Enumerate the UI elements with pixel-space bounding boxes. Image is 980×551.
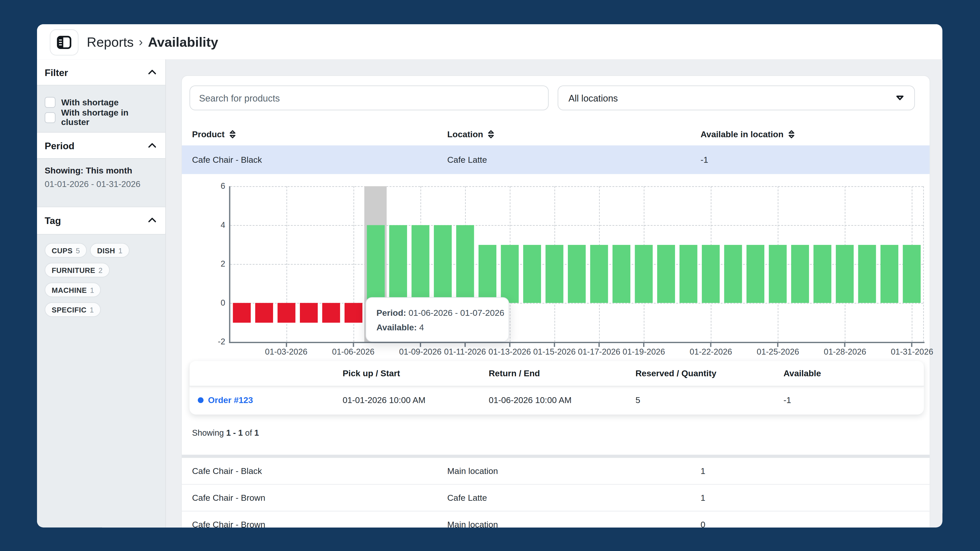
app-header: Reports › Availability xyxy=(37,24,942,60)
x-axis-tickmark xyxy=(912,343,913,347)
order-reserved: 5 xyxy=(635,386,640,414)
selected-product-row[interactable]: Cafe Chair - Black Cafe Latte -1 xyxy=(182,145,930,174)
search-input[interactable] xyxy=(189,86,549,110)
chart-bar[interactable] xyxy=(501,245,519,303)
filter-section-title: Filter xyxy=(45,67,68,78)
product-available: 1 xyxy=(700,458,705,484)
breadcrumb: Reports › Availability xyxy=(87,24,218,59)
x-gridline xyxy=(923,186,924,342)
x-axis-line xyxy=(229,342,924,343)
column-header-return: Return / End xyxy=(489,361,540,386)
chart-bar[interactable] xyxy=(903,245,921,303)
column-header-location[interactable]: Location xyxy=(447,122,495,145)
x-axis-tickmark xyxy=(286,343,287,347)
chart-bar[interactable] xyxy=(456,225,474,303)
with-shortage-in-cluster-checkbox[interactable] xyxy=(45,112,56,123)
tag-pill[interactable]: CUPS5 xyxy=(45,243,87,258)
chart-bar[interactable] xyxy=(479,245,496,303)
x-axis-tickmark xyxy=(353,343,354,347)
chart-bar[interactable] xyxy=(679,245,697,303)
tag-pill[interactable]: MACHINE1 xyxy=(45,283,101,297)
tag-pill[interactable]: DISH1 xyxy=(90,243,129,258)
main-area: All locations Product Location xyxy=(166,59,942,527)
product-row[interactable]: Cafe Chair - BrownMain location0 xyxy=(182,511,930,527)
app-window: Reports › Availability Filter With short… xyxy=(37,24,942,527)
chart-bar[interactable] xyxy=(635,245,653,303)
chart-bar[interactable] xyxy=(389,225,407,303)
period-section-header[interactable]: Period xyxy=(37,133,165,158)
column-header-available[interactable]: Available in location xyxy=(700,122,795,145)
x-axis-tickmark xyxy=(465,343,466,347)
product-row[interactable]: Cafe Chair - BrownCafe Latte1 xyxy=(182,485,930,511)
product-available: 0 xyxy=(700,511,705,527)
chart-bar[interactable] xyxy=(769,245,787,303)
product-name: Cafe Chair - Brown xyxy=(192,511,266,527)
breadcrumb-section[interactable]: Reports xyxy=(87,34,134,49)
chart-bar[interactable] xyxy=(747,245,765,303)
product-row[interactable]: Cafe Chair - BlackMain location1 xyxy=(182,458,930,485)
chart-bar[interactable] xyxy=(411,225,429,303)
tag-list: CUPS5DISH1FURNITURE2MACHINE1SPECIFIC1 xyxy=(37,234,165,527)
chart-bar[interactable] xyxy=(702,245,720,303)
x-axis-tick-label: 01-31-2026 xyxy=(883,347,942,357)
period-showing-label: Showing: This month xyxy=(45,166,158,176)
x-axis-tickmark xyxy=(420,343,421,347)
product-available: 1 xyxy=(700,485,705,511)
sidebar-toggle-button[interactable] xyxy=(50,29,79,56)
product-location: Main location xyxy=(447,511,498,527)
with-shortage-checkbox[interactable] xyxy=(45,97,56,108)
chart-bar[interactable] xyxy=(590,245,608,303)
tooltip-available-value: 4 xyxy=(419,323,424,332)
chart-bar[interactable] xyxy=(232,303,250,322)
order-link[interactable]: Order #123 xyxy=(198,395,253,405)
tag-pill[interactable]: FURNITURE2 xyxy=(45,263,110,278)
availability-detail-panel: -2024601-03-202601-06-202601-09-202601-1… xyxy=(182,174,930,455)
products-table-rows: Cafe Chair - BlackMain location1Cafe Cha… xyxy=(182,458,930,527)
tag-count: 1 xyxy=(118,246,123,254)
chart-bar[interactable] xyxy=(255,303,273,322)
chart-bar[interactable] xyxy=(546,245,563,303)
column-header-product[interactable]: Product xyxy=(192,122,236,145)
x-axis-tick-label: 01-28-2026 xyxy=(816,347,874,357)
column-header-pickup: Pick up / Start xyxy=(343,361,400,386)
chart-bar[interactable] xyxy=(300,303,318,322)
chart-bar[interactable] xyxy=(858,245,876,303)
tag-pill[interactable]: SPECIFIC1 xyxy=(45,302,101,317)
with-shortage-label: With shortage xyxy=(61,97,119,107)
tag-name: MACHINE xyxy=(52,286,87,294)
tag-name: FURNITURE xyxy=(52,266,95,274)
order-pickup: 01-01-2026 10:00 AM xyxy=(343,386,426,414)
tooltip-available-label: Available: xyxy=(376,323,417,332)
orders-table-card: Pick up / Start Return / End Reserved / … xyxy=(189,361,924,414)
chart-bar[interactable] xyxy=(322,303,340,322)
tag-section-header[interactable]: Tag xyxy=(37,207,165,233)
availability-report-card: All locations Product Location xyxy=(181,75,930,527)
chart-bar[interactable] xyxy=(434,225,452,303)
chart-bar[interactable] xyxy=(367,225,385,303)
tag-count: 2 xyxy=(99,266,103,274)
filter-options: With shortage With shortage in cluster xyxy=(37,85,165,133)
chart-bar[interactable] xyxy=(814,245,832,303)
chart-bar[interactable] xyxy=(881,245,899,303)
chart-bar[interactable] xyxy=(724,245,742,303)
chart-bar[interactable] xyxy=(657,245,675,303)
chart-bar[interactable] xyxy=(612,245,630,303)
page-title: Availability xyxy=(148,34,218,49)
pagination-status: Showing 1 - 1 of 1 xyxy=(192,428,259,438)
y-axis-tick-label: -2 xyxy=(201,337,225,346)
tooltip-period-label: Period: xyxy=(376,308,406,318)
sort-icon xyxy=(229,129,236,139)
chevron-up-icon xyxy=(148,218,156,223)
chart-bar[interactable] xyxy=(344,303,362,322)
chart-bar[interactable] xyxy=(523,245,541,303)
chart-bar[interactable] xyxy=(568,245,586,303)
product-location: Cafe Latte xyxy=(447,485,487,511)
filter-sidebar: Filter With shortage With shortage in cl… xyxy=(37,59,166,527)
chart-bar[interactable] xyxy=(836,245,854,303)
x-axis-tickmark xyxy=(643,343,644,347)
chart-bar[interactable] xyxy=(791,245,809,303)
chart-bar[interactable] xyxy=(277,303,295,322)
filter-section-header[interactable]: Filter xyxy=(37,59,165,85)
order-status-dot-icon xyxy=(198,397,204,403)
location-filter-select[interactable]: All locations xyxy=(558,86,915,110)
